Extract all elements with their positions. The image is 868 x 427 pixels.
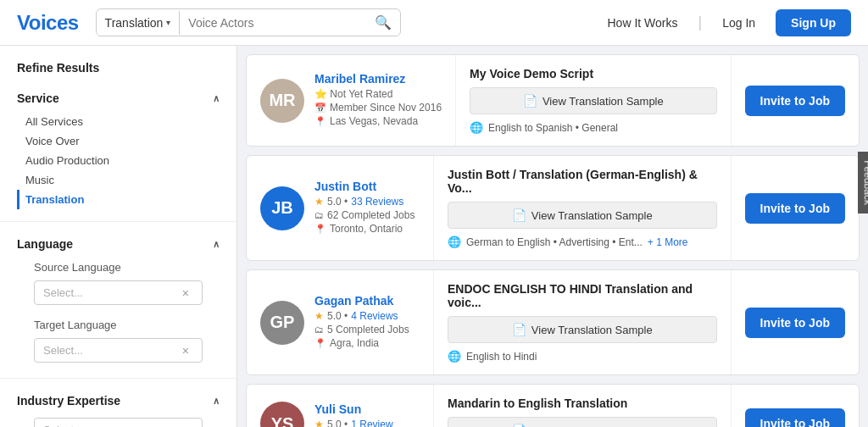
profile-card: MR Maribel Ramirez ⭐ Not Yet Rated 📅 Mem… — [246, 54, 860, 147]
header: Voices Translation ▾ 🔍 How It Works | Lo… — [0, 0, 868, 46]
sidebar-item-all-services[interactable]: All Services — [17, 112, 220, 131]
invite-to-job-button[interactable]: Invite to Job — [745, 193, 845, 224]
target-clear-icon[interactable]: × — [182, 344, 189, 358]
location: 📍 Agra, India — [314, 337, 409, 349]
profile-left: YS Yuli Sun ★ 5.0 • 1 Review 🗂 1 Complet… — [247, 385, 433, 427]
view-sample-button[interactable]: 📄 View Translation Sample — [448, 417, 717, 427]
pin-icon: 📍 — [314, 224, 326, 235]
chevron-down-icon: ▾ — [166, 18, 170, 27]
view-sample-button[interactable]: 📄 View Translation Sample — [448, 316, 717, 343]
profile-info: Gagan Pathak ★ 5.0 • 4 Reviews 🗂 5 Compl… — [314, 294, 409, 351]
target-language-wrap: Select... × — [17, 335, 220, 366]
profile-info: Yuli Sun ★ 5.0 • 1 Review 🗂 1 Completed … — [314, 402, 404, 428]
nav-how-it-works[interactable]: How It Works — [598, 11, 688, 35]
profile-middle: ENDOC ENGLISH TO HINDI Translation and v… — [433, 270, 732, 374]
signup-button[interactable]: Sign Up — [776, 9, 851, 36]
reviews-link[interactable]: 33 Reviews — [351, 196, 403, 208]
profile-name[interactable]: Gagan Pathak — [314, 294, 409, 308]
profile-name[interactable]: Justin Bott — [314, 180, 415, 193]
industry-select-wrap: Select ▾ — [17, 414, 220, 427]
profile-name[interactable]: Maribel Ramirez — [314, 72, 442, 86]
profile-middle: Mandarin to English Translation 📄 View T… — [433, 385, 732, 427]
demo-title: ENDOC ENGLISH TO HINDI Translation and v… — [448, 282, 717, 309]
source-language-select[interactable]: Select... — [34, 280, 203, 305]
main-content: MR Maribel Ramirez ⭐ Not Yet Rated 📅 Mem… — [237, 46, 868, 427]
view-sample-button[interactable]: 📄 View Translation Sample — [448, 202, 717, 229]
pin-icon: 📍 — [314, 116, 326, 127]
search-bar: Translation ▾ 🔍 — [96, 8, 401, 36]
language-section-header: Language ∧ — [17, 237, 220, 251]
sidebar-item-translation[interactable]: Translation — [17, 190, 220, 209]
demo-title: Justin Bott / Translation (German-Englis… — [448, 168, 717, 195]
profile-tags: 🌐 German to English • Advertising • Ent.… — [448, 236, 717, 248]
avatar: JB — [260, 186, 304, 230]
industry-section-header: Industry Expertise ∧ — [17, 394, 220, 408]
document-icon: 📄 — [512, 323, 526, 336]
profile-rating: ★ 5.0 • 4 Reviews — [314, 310, 409, 322]
page-body: Refine Results Service ∧ All Services Vo… — [0, 46, 868, 427]
member-since: 📅 Member Since Nov 2016 — [314, 102, 442, 114]
sidebar-item-music[interactable]: Music — [17, 170, 220, 190]
document-icon: 📄 — [523, 94, 537, 108]
sidebar-divider-2 — [0, 378, 236, 379]
service-chevron-icon: ∧ — [213, 93, 220, 104]
sidebar-item-voice-over[interactable]: Voice Over — [17, 131, 220, 151]
profile-right: Invite to Job — [732, 55, 859, 146]
industry-select[interactable]: Select — [34, 418, 203, 427]
language-label: Language — [17, 237, 73, 251]
profile-info: Maribel Ramirez ⭐ Not Yet Rated 📅 Member… — [314, 72, 442, 129]
profile-card: YS Yuli Sun ★ 5.0 • 1 Review 🗂 1 Complet… — [246, 384, 860, 427]
view-sample-button[interactable]: 📄 View Translation Sample — [470, 87, 716, 114]
search-button[interactable]: 🔍 — [366, 9, 400, 36]
avatar: GP — [260, 301, 304, 345]
profile-middle: Justin Bott / Translation (German-Englis… — [433, 156, 732, 260]
profile-right: Invite to Job — [732, 156, 859, 260]
source-language-label: Source Language — [17, 258, 220, 277]
completed-jobs: 🗂 62 Completed Jobs — [314, 209, 415, 221]
completed-jobs: 🗂 5 Completed Jobs — [314, 324, 409, 336]
avatar: YS — [260, 402, 304, 427]
profile-tags: 🌐 English to Hindi — [448, 350, 717, 363]
sidebar-item-audio-production[interactable]: Audio Production — [17, 151, 220, 170]
profile-left: GP Gagan Pathak ★ 5.0 • 4 Reviews 🗂 5 Co… — [247, 270, 433, 374]
invite-to-job-button[interactable]: Invite to Job — [745, 86, 845, 116]
briefcase-icon: 🗂 — [314, 210, 324, 220]
invite-to-job-button[interactable]: Invite to Job — [745, 408, 845, 427]
profile-name[interactable]: Yuli Sun — [314, 402, 404, 416]
sidebar-divider-1 — [0, 221, 236, 222]
pin-icon: 📍 — [314, 338, 326, 349]
search-input[interactable] — [180, 11, 365, 35]
profile-right: Invite to Job — [732, 270, 859, 374]
stars-icon: ★ — [314, 310, 324, 322]
document-icon: 📄 — [512, 208, 526, 222]
profile-info: Justin Bott ★ 5.0 • 33 Reviews 🗂 62 Comp… — [314, 180, 415, 236]
document-icon: 📄 — [512, 424, 526, 427]
profile-rating: ★ 5.0 • 33 Reviews — [314, 196, 415, 208]
language-chevron-icon: ∧ — [213, 239, 220, 250]
login-button[interactable]: Log In — [712, 11, 765, 35]
industry-section: Industry Expertise ∧ Select ▾ — [0, 385, 236, 427]
location: 📍 Las Vegas, Nevada — [314, 115, 442, 127]
industry-label: Industry Expertise — [17, 394, 120, 408]
profile-left: JB Justin Bott ★ 5.0 • 33 Reviews 🗂 62 C… — [247, 156, 433, 260]
feedback-tab[interactable]: Feedback — [858, 152, 868, 214]
stars-icon: ★ — [314, 419, 324, 428]
avatar: MR — [260, 79, 304, 123]
stars-icon: ★ — [314, 196, 324, 208]
target-language-select[interactable]: Select... — [34, 338, 203, 363]
service-label: Service — [17, 92, 59, 105]
source-clear-icon[interactable]: × — [182, 286, 189, 300]
source-language-wrap: Select... × — [17, 277, 220, 308]
sidebar: Refine Results Service ∧ All Services Vo… — [0, 46, 237, 427]
invite-to-job-button[interactable]: Invite to Job — [745, 308, 845, 338]
reviews-link[interactable]: 1 Review — [351, 419, 392, 428]
profile-left: MR Maribel Ramirez ⭐ Not Yet Rated 📅 Mem… — [247, 55, 455, 146]
tag-more[interactable]: + 1 More — [648, 236, 688, 248]
search-dropdown-label: Translation — [105, 16, 164, 30]
reviews-link[interactable]: 4 Reviews — [351, 310, 398, 322]
profile-card: GP Gagan Pathak ★ 5.0 • 4 Reviews 🗂 5 Co… — [246, 269, 860, 375]
search-dropdown[interactable]: Translation ▾ — [97, 11, 181, 35]
profile-card: JB Justin Bott ★ 5.0 • 33 Reviews 🗂 62 C… — [246, 155, 860, 261]
globe-icon: 🌐 — [470, 121, 483, 134]
nav-divider: | — [698, 14, 702, 31]
